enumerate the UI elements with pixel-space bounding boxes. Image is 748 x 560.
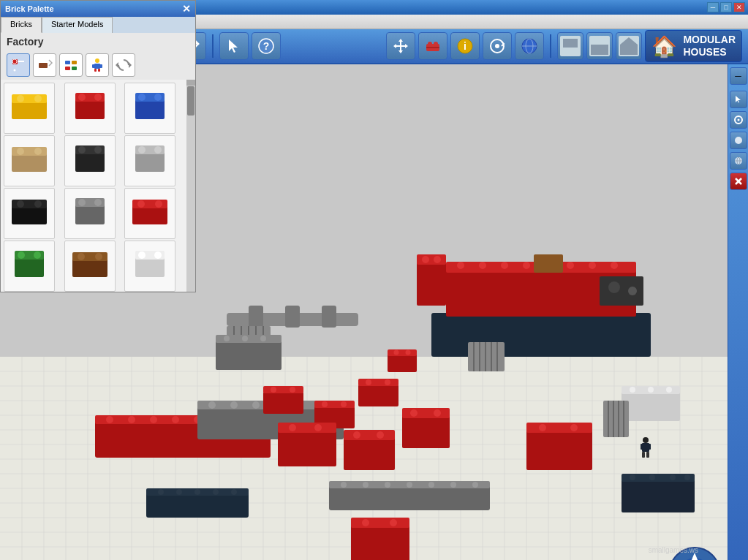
svg-point-250	[94, 94, 102, 101]
view1-button[interactable]	[557, 32, 583, 60]
delete-button[interactable]	[730, 173, 747, 190]
svg-rect-113	[263, 386, 303, 393]
svg-point-180	[242, 336, 248, 341]
minimize-button[interactable]: ─	[707, 2, 719, 12]
svg-rect-209	[646, 452, 649, 458]
ring-button[interactable]	[730, 111, 747, 129]
svg-point-134	[410, 409, 418, 417]
svg-point-138	[539, 424, 546, 431]
svg-point-81	[128, 416, 135, 423]
view2-button[interactable]	[586, 32, 613, 60]
brick-green-2x2[interactable]	[4, 241, 55, 292]
filter-refresh-button[interactable]	[112, 53, 135, 77]
help-button[interactable]: ?	[252, 32, 281, 60]
select-tool-button[interactable]	[219, 32, 249, 60]
tab-bricks[interactable]: Bricks	[1, 17, 42, 33]
palette-category: Factory	[1, 33, 195, 50]
svg-rect-103	[329, 485, 490, 510]
svg-point-220	[735, 137, 742, 144]
brick-black-2x4[interactable]	[4, 188, 55, 239]
svg-rect-117	[314, 401, 355, 408]
brick-dark-2x2[interactable]	[64, 135, 116, 186]
brick-white-2x2[interactable]	[124, 241, 175, 292]
svg-point-100	[194, 489, 200, 495]
svg-point-190	[649, 474, 655, 480]
svg-point-109	[428, 482, 434, 488]
svg-point-184	[630, 387, 635, 393]
sphere-button[interactable]	[730, 152, 747, 170]
svg-point-228	[14, 69, 16, 72]
svg-point-249	[78, 94, 86, 101]
svg-rect-237	[92, 64, 95, 68]
svg-point-273	[78, 199, 86, 206]
svg-rect-148	[431, 313, 651, 357]
modular-icon: 🏠	[651, 34, 677, 58]
brick-lgray-2x2[interactable]	[124, 135, 175, 186]
svg-rect-26	[563, 39, 578, 48]
globe-button[interactable]	[515, 32, 544, 60]
arrow-tool-button[interactable]	[730, 91, 747, 108]
filter-figure-button[interactable]	[86, 53, 109, 77]
svg-point-143	[390, 519, 397, 526]
svg-point-245	[17, 95, 24, 102]
tab-starter-models[interactable]: Starter Models	[42, 17, 113, 33]
circle-button[interactable]	[730, 132, 747, 149]
brick-gray-2x2[interactable]	[64, 188, 116, 239]
svg-point-204	[643, 437, 649, 443]
brick-red-2x4[interactable]	[124, 188, 175, 239]
svg-rect-287	[135, 257, 165, 277]
svg-rect-238	[99, 64, 102, 68]
brick-blue-2x2[interactable]	[124, 83, 175, 134]
filter-rotate-button[interactable]	[33, 53, 56, 77]
svg-rect-279	[15, 257, 44, 277]
brick-red-2x2[interactable]	[64, 83, 116, 134]
scroll-thumb[interactable]	[187, 86, 194, 116]
svg-point-285	[78, 253, 85, 260]
svg-rect-17	[426, 47, 439, 48]
svg-marker-241	[129, 62, 132, 68]
maximize-button[interactable]: □	[720, 2, 732, 12]
svg-rect-207	[648, 444, 651, 450]
svg-point-105	[341, 482, 347, 488]
brick-yellow-2x4[interactable]	[4, 83, 55, 134]
view3-button[interactable]	[616, 32, 642, 60]
info-button[interactable]: i	[450, 32, 480, 60]
svg-point-106	[363, 482, 369, 488]
svg-rect-163	[417, 262, 446, 306]
svg-point-99	[176, 489, 182, 495]
palette-close-button[interactable]: ✕	[182, 3, 191, 15]
panel-minimize-button[interactable]: ─	[730, 67, 747, 85]
brick-brown-2x4[interactable]	[64, 241, 116, 292]
svg-point-191	[670, 474, 676, 480]
palette-tabs: Bricks Starter Models	[1, 17, 195, 33]
palette-scrollbar[interactable]	[186, 80, 195, 292]
filter-add-button[interactable]	[7, 53, 30, 77]
build-button[interactable]	[418, 32, 447, 60]
svg-point-162	[628, 287, 637, 295]
svg-point-257	[17, 148, 24, 155]
svg-point-235	[95, 58, 99, 63]
filter-category-button[interactable]	[59, 53, 83, 77]
svg-point-158	[611, 262, 618, 269]
svg-point-115	[290, 387, 295, 393]
title-bar-buttons: ─ □ ✕	[707, 2, 745, 12]
svg-point-258	[34, 148, 42, 155]
svg-point-166	[434, 256, 441, 263]
svg-text:i: i	[464, 40, 467, 52]
svg-point-15	[428, 42, 432, 46]
svg-point-114	[271, 387, 276, 393]
svg-point-282	[34, 251, 41, 259]
svg-rect-168	[249, 306, 263, 328]
svg-rect-251	[135, 99, 165, 119]
close-button[interactable]: ✕	[733, 2, 745, 12]
svg-point-98	[158, 489, 164, 495]
brick-tan-2x4[interactable]	[4, 135, 55, 186]
svg-rect-233	[65, 67, 70, 70]
svg-point-135	[434, 409, 441, 417]
rotate-button[interactable]	[483, 32, 512, 60]
move-tool-button[interactable]	[386, 32, 415, 60]
svg-point-185	[648, 387, 654, 393]
svg-point-110	[450, 482, 456, 488]
svg-point-82	[150, 416, 157, 423]
svg-rect-125	[278, 423, 336, 433]
